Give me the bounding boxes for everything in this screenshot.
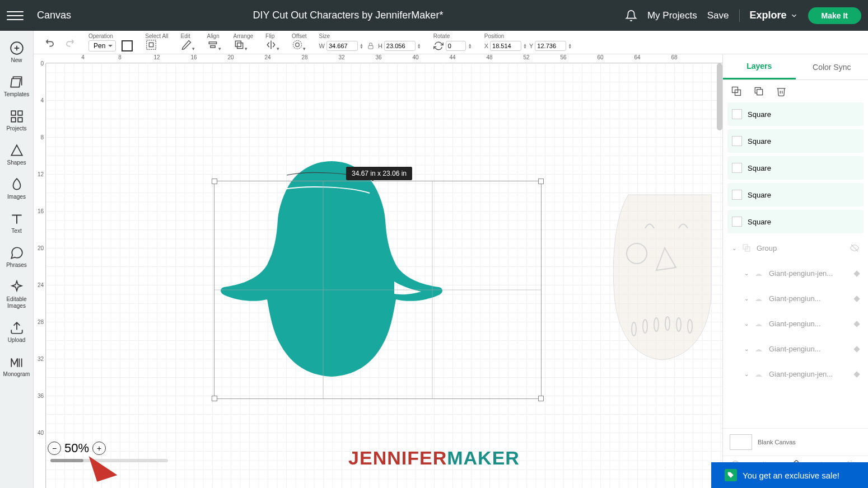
lock-icon[interactable] — [367, 42, 375, 50]
tab-color-sync[interactable]: Color Sync — [796, 54, 869, 79]
chevron-down-icon[interactable]: ⌄ — [732, 245, 736, 251]
y-input[interactable] — [535, 41, 566, 51]
operation-label: Operation — [88, 33, 113, 39]
layer-item-square[interactable]: Square — [727, 183, 864, 207]
svg-rect-31 — [757, 90, 763, 95]
layer-marker — [853, 270, 860, 276]
layer-item-child[interactable]: ⌄Giant-pengiun-jen... — [727, 363, 864, 385]
sidebar-shapes-label: Shapes — [7, 159, 26, 166]
images-icon — [10, 177, 24, 192]
duplicate-icon[interactable] — [753, 86, 764, 97]
edit-dropdown[interactable]: ▾ — [181, 39, 195, 53]
rotate-stepper[interactable]: ▲▼ — [468, 43, 472, 49]
plus-circle-icon — [10, 41, 24, 55]
layer-item-square[interactable]: Square — [727, 156, 864, 180]
watermark-last: MAKER — [447, 447, 520, 468]
secondary-shape[interactable] — [612, 189, 712, 363]
chevron-icon[interactable]: ⌄ — [744, 346, 749, 352]
color-swatch[interactable] — [122, 40, 133, 51]
w-label: W — [319, 43, 325, 49]
sidebar-new[interactable]: New — [0, 35, 33, 69]
layer-item-square[interactable]: Square — [727, 102, 864, 126]
tab-layers[interactable]: Layers — [723, 54, 796, 79]
canvas-grid[interactable]: 34.67 in x 23.06 in — [46, 63, 722, 488]
layer-item-child[interactable]: ⌄Giant-pengiun... — [727, 338, 864, 360]
blank-canvas-swatch[interactable] — [730, 434, 752, 450]
zoom-out-button[interactable]: − — [48, 442, 61, 455]
height-stepper[interactable]: ▲▼ — [417, 43, 421, 49]
rotate-group: Rotate ▲▼ — [428, 31, 478, 54]
scrollbar-vertical[interactable] — [717, 63, 722, 130]
arrange-group: Arrange ▾ — [228, 31, 259, 54]
save-button[interactable]: Save — [707, 10, 729, 21]
menu-button[interactable] — [7, 7, 24, 24]
sidebar-images-label: Images — [7, 194, 26, 200]
visibility-icon[interactable] — [850, 243, 859, 252]
group-icon[interactable] — [731, 86, 742, 97]
chevron-icon[interactable]: ⌄ — [744, 270, 749, 276]
layer-item-square[interactable]: Square — [727, 129, 864, 153]
layer-item-child[interactable]: ⌄Giant-pengiun... — [727, 313, 864, 335]
promo-banner[interactable]: You get an exclusive sale! — [711, 462, 868, 488]
svg-rect-15 — [237, 43, 242, 48]
chevron-icon[interactable]: ⌄ — [744, 371, 749, 377]
width-input[interactable] — [326, 41, 358, 51]
make-it-button[interactable]: Make It — [808, 7, 861, 24]
offset-dropdown[interactable]: ▾ — [292, 39, 306, 53]
operation-select[interactable]: Pen — [88, 40, 116, 51]
layer-name: Square — [748, 137, 859, 146]
layer-item-group[interactable]: ⌄Group — [727, 237, 864, 259]
layer-item-child[interactable]: ⌄Giant-pengiun-jen... — [727, 262, 864, 284]
watermark-first: JENNIFER — [348, 447, 447, 468]
x-stepper[interactable]: ▲▼ — [523, 43, 527, 49]
zoom-level: 50% — [64, 441, 89, 456]
layer-item-child[interactable]: ⌄Giant-pengiun... — [727, 288, 864, 309]
layer-item-square[interactable]: Square — [727, 210, 864, 233]
width-stepper[interactable]: ▲▼ — [360, 43, 363, 49]
redo-button[interactable] — [62, 35, 77, 50]
zoom-slider-fill — [50, 459, 83, 462]
sidebar-images[interactable]: Images — [0, 172, 33, 206]
sidebar-projects[interactable]: Projects — [0, 104, 33, 138]
rotate-input[interactable] — [446, 41, 466, 51]
sidebar-monogram[interactable]: Monogram — [0, 349, 33, 383]
project-title[interactable]: DIY Cut Out Characters by JenniferMaker* — [71, 10, 625, 21]
delete-icon[interactable] — [776, 86, 787, 97]
sidebar-upload[interactable]: Upload — [0, 315, 33, 349]
align-dropdown[interactable]: ▾ — [207, 39, 221, 53]
blank-canvas-row[interactable]: Blank Canvas — [723, 428, 868, 456]
sidebar-shapes[interactable]: Shapes — [0, 138, 33, 172]
sidebar-templates[interactable]: Templates — [0, 69, 33, 104]
svg-rect-4 — [18, 111, 22, 115]
layer-name: Square — [748, 191, 859, 199]
arrange-dropdown[interactable]: ▾ — [234, 39, 248, 53]
layer-marker — [853, 321, 860, 327]
rotate-icon[interactable] — [433, 41, 444, 51]
my-projects-link[interactable]: My Projects — [647, 10, 697, 21]
sidebar-phrases[interactable]: Phrases — [0, 240, 33, 274]
chevron-icon[interactable]: ⌄ — [744, 295, 749, 302]
height-input[interactable] — [384, 41, 416, 51]
layer-list[interactable]: SquareSquareSquareSquareSquare⌄Group⌄Gia… — [723, 102, 868, 428]
layer-name: Giant-pengiun-jen... — [769, 269, 849, 278]
svg-rect-3 — [11, 111, 16, 115]
chevron-icon[interactable]: ⌄ — [744, 321, 749, 327]
select-all-button[interactable] — [145, 39, 157, 53]
size-badge: 34.67 in x 23.06 in — [346, 167, 412, 180]
layer-name: Group — [757, 244, 844, 252]
svg-rect-11 — [150, 43, 153, 46]
notifications-icon[interactable] — [625, 10, 637, 22]
sidebar-phrases-label: Phrases — [6, 262, 27, 269]
explore-dropdown[interactable]: Explore — [750, 10, 798, 21]
canvas-area[interactable]: 48121620242832364044485256606468 0481216… — [34, 54, 722, 488]
y-stepper[interactable]: ▲▼ — [568, 43, 572, 49]
sidebar-editable-images[interactable]: Editable Images — [0, 274, 33, 315]
svg-rect-18 — [368, 45, 373, 49]
x-input[interactable] — [490, 41, 521, 51]
offset-group: Offset ▾ — [286, 31, 312, 54]
sidebar-text[interactable]: Text — [0, 206, 33, 240]
shape-thumb-icon — [754, 295, 763, 302]
flip-dropdown[interactable]: ▾ — [265, 39, 279, 53]
undo-button[interactable] — [43, 35, 58, 50]
chat-icon — [10, 246, 24, 260]
